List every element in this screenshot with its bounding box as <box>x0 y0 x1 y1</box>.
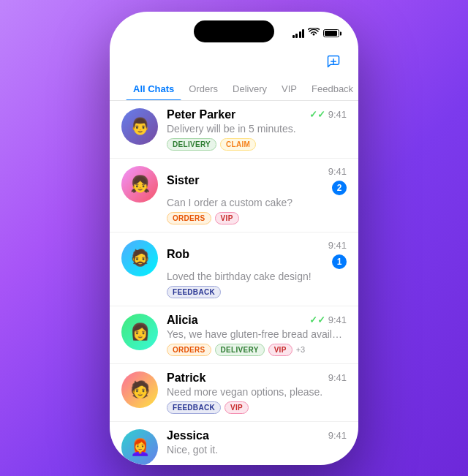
tags-row-sister: ORDERSVIP <box>167 212 347 224</box>
tags-row-alicia: ORDERSDELIVERYVIP+3 <box>167 344 347 356</box>
wifi-icon <box>308 28 320 39</box>
chat-time-rob: 9:41 <box>328 240 347 251</box>
avatar-sister: 👧 <box>121 166 158 203</box>
chat-name-patrick: Patrick <box>167 371 205 385</box>
status-icons <box>292 28 340 39</box>
tag-vip: VIP <box>268 344 292 356</box>
chat-item-peter[interactable]: 👨Peter Parker✓✓9:41Delivery will be in 5… <box>110 101 358 159</box>
battery-icon <box>323 29 339 37</box>
tag-orders: ORDERS <box>167 212 211 224</box>
read-check-icon: ✓✓ <box>309 109 325 120</box>
compose-button[interactable] <box>325 53 342 70</box>
avatar-patrick: 🧑 <box>121 371 158 408</box>
tag-delivery: DELIVERY <box>215 344 265 356</box>
chat-time-jessica: 9:41 <box>328 430 347 441</box>
tag-delivery: DELIVERY <box>167 138 216 151</box>
chat-preview-patrick: Need more vegan options, please. <box>167 386 347 398</box>
chat-preview-alicia: Yes, we have gluten-free bread available… <box>167 328 347 340</box>
tag-vip: VIP <box>215 212 239 224</box>
chat-item-sister[interactable]: 👧Sister9:412Can I order a custom cake?OR… <box>110 159 358 233</box>
unread-badge-sister: 2 <box>332 181 347 195</box>
unread-badge-rob: 1 <box>332 254 347 269</box>
tabs-container: All Chats Orders Delivery VIP Feedback <box>110 78 358 101</box>
avatar-alicia: 👩 <box>121 314 158 350</box>
dynamic-island <box>194 20 274 42</box>
chat-time-patrick: 9:41 <box>328 372 347 383</box>
chat-name-sister: Sister <box>167 174 199 187</box>
avatar-rob: 🧔 <box>121 240 158 276</box>
chat-preview-sister: Can I order a custom cake? <box>167 197 347 208</box>
tags-row-rob: FEEDBACK <box>167 286 347 298</box>
chat-preview-rob: Loved the birthday cake design! <box>167 271 347 282</box>
tab-orders[interactable]: Orders <box>181 78 225 100</box>
tag-feedback: FEEDBACK <box>167 286 221 298</box>
tab-delivery[interactable]: Delivery <box>225 78 274 100</box>
chat-name-jessica: Jessica <box>167 429 209 442</box>
chat-item-rob[interactable]: 🧔Rob9:411Loved the birthday cake design!… <box>110 233 358 306</box>
chat-name-alicia: Alicia <box>167 314 198 327</box>
read-check-icon: ✓✓ <box>309 314 325 325</box>
chat-item-alicia[interactable]: 👩Alicia✓✓9:41Yes, we have gluten-free br… <box>110 306 358 364</box>
avatar-jessica: 👩‍🦰 <box>121 429 158 465</box>
phone-frame: All Chats Orders Delivery VIP Feedback 👨… <box>110 12 358 465</box>
header <box>110 50 358 78</box>
tab-vip[interactable]: VIP <box>274 78 304 100</box>
tag-claim: CLAIM <box>220 138 256 151</box>
chat-list: 👨Peter Parker✓✓9:41Delivery will be in 5… <box>110 101 358 465</box>
tab-feedback[interactable]: Feedback <box>304 78 358 100</box>
tag-vip: VIP <box>224 401 249 414</box>
tags-row-peter: DELIVERYCLAIM <box>167 138 347 151</box>
chat-name-peter: Peter Parker <box>167 108 235 121</box>
chat-time-sister: 9:41 <box>328 166 347 177</box>
tab-all-chats[interactable]: All Chats <box>126 78 181 100</box>
chat-item-jessica[interactable]: 👩‍🦰Jessica9:41Nice, got it. <box>110 422 358 465</box>
chat-preview-peter: Delivery will be in 5 minutes. <box>167 123 347 135</box>
tag-feedback: FEEDBACK <box>167 401 221 414</box>
tag-orders: ORDERS <box>167 344 211 356</box>
chat-preview-jessica: Nice, got it. <box>167 444 347 456</box>
tags-row-patrick: FEEDBACKVIP <box>167 401 347 414</box>
chat-item-patrick[interactable]: 🧑Patrick9:41Need more vegan options, ple… <box>110 364 358 422</box>
avatar-peter: 👨 <box>121 108 158 145</box>
chat-time-alicia: 9:41 <box>328 314 347 325</box>
chat-time-peter: 9:41 <box>328 109 347 120</box>
signal-icon <box>292 29 305 38</box>
chat-name-rob: Rob <box>167 248 189 261</box>
tag-more: +3 <box>296 345 306 354</box>
